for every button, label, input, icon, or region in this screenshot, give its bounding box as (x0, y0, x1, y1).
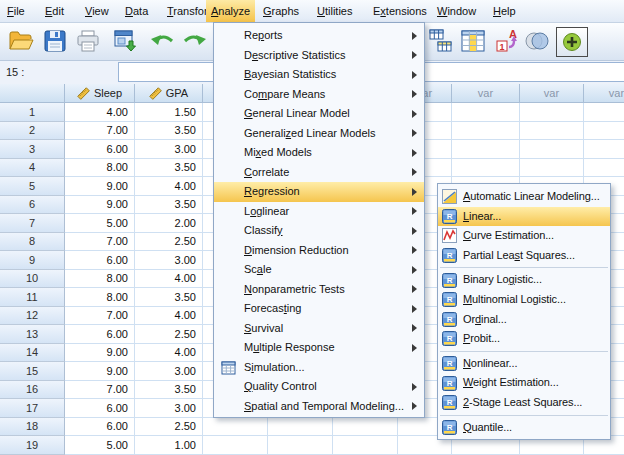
recall-dialogs-button[interactable] (110, 26, 140, 56)
menu-item-compare-means[interactable]: Compare Means (214, 85, 424, 105)
cell-var-empty[interactable] (452, 122, 520, 141)
cell-gpa-17[interactable]: 3.00 (135, 399, 203, 418)
value-labels-button[interactable]: 1A (494, 26, 521, 56)
column-header-var[interactable]: var (452, 84, 520, 103)
menu-item-general-linear-model[interactable]: General Linear Model (214, 104, 424, 124)
row-header-14[interactable]: 14 (0, 344, 65, 363)
row-header-19[interactable]: 19 (0, 436, 65, 455)
menu-item-classify[interactable]: Classify (214, 221, 424, 241)
cell-gpa-10[interactable]: 4.00 (135, 270, 203, 289)
column-header-sleep[interactable]: Sleep (65, 84, 135, 103)
cell-gpa-3[interactable]: 3.00 (135, 140, 203, 159)
cell-gpa-5[interactable]: 4.00 (135, 177, 203, 196)
cell-gpa-8[interactable]: 2.50 (135, 233, 203, 252)
menubar-item-view[interactable]: View (80, 0, 114, 22)
menu-item-nonparametric-tests[interactable]: Nonparametric Tests (214, 280, 424, 300)
menu-item-generalized-linear-models[interactable]: Generalized Linear Models (214, 124, 424, 144)
cell-gpa-19[interactable]: 1.00 (135, 436, 203, 455)
column-header-gpa[interactable]: GPA (135, 84, 203, 103)
cell-sleep-15[interactable]: 9.00 (65, 362, 135, 381)
cell-sleep-12[interactable]: 7.00 (65, 307, 135, 326)
cell-var-empty[interactable] (203, 436, 268, 455)
cell-sleep-16[interactable]: 7.00 (65, 381, 135, 400)
split-file-button[interactable] (427, 26, 454, 56)
cell-gpa-18[interactable]: 2.50 (135, 418, 203, 437)
menubar-item-analyze[interactable]: Analyze (206, 0, 255, 22)
menu-item-scale[interactable]: Scale (214, 260, 424, 280)
cell-var-empty[interactable] (584, 159, 624, 178)
row-header-3[interactable]: 3 (0, 140, 65, 159)
submenu-item-linear[interactable]: Linear...R (438, 207, 610, 227)
cell-var-empty[interactable] (584, 122, 624, 141)
cell-var-empty[interactable] (452, 140, 520, 159)
show-all-variables-button[interactable] (556, 27, 588, 57)
menubar-item-edit[interactable]: Edit (40, 0, 69, 22)
menu-item-simulation[interactable]: Simulation... (214, 358, 424, 378)
cell-sleep-18[interactable]: 6.00 (65, 418, 135, 437)
column-header-var[interactable]: var (520, 84, 584, 103)
row-header-15[interactable]: 15 (0, 362, 65, 381)
row-header-7[interactable]: 7 (0, 214, 65, 233)
cell-gpa-4[interactable]: 3.50 (135, 159, 203, 178)
menu-item-loglinear[interactable]: Loglinear (214, 202, 424, 222)
cell-gpa-15[interactable]: 3.00 (135, 362, 203, 381)
cell-gpa-12[interactable]: 4.00 (135, 307, 203, 326)
menubar-item-data[interactable]: Data (120, 0, 153, 22)
row-header-8[interactable]: 8 (0, 233, 65, 252)
submenu-item-weight-estimation[interactable]: Weight Estimation...R (438, 373, 610, 393)
menu-item-quality-control[interactable]: Quality Control (214, 377, 424, 397)
row-header-6[interactable]: 6 (0, 196, 65, 215)
cell-sleep-17[interactable]: 6.00 (65, 399, 135, 418)
print-button[interactable] (74, 26, 102, 56)
submenu-item-2-stage-least-squares[interactable]: 2-Stage Least Squares...R (438, 393, 610, 413)
redo-button[interactable] (181, 26, 208, 56)
menu-item-regression[interactable]: Regression (214, 182, 424, 202)
submenu-item-probit[interactable]: Probit...R (438, 329, 610, 349)
menu-item-descriptive-statistics[interactable]: Descriptive Statistics (214, 46, 424, 66)
grid-corner-cell[interactable] (0, 84, 65, 103)
cell-sleep-5[interactable]: 9.00 (65, 177, 135, 196)
use-variable-sets-button[interactable] (522, 26, 551, 56)
cell-var-empty[interactable] (584, 140, 624, 159)
cell-sleep-7[interactable]: 5.00 (65, 214, 135, 233)
menu-item-survival[interactable]: Survival (214, 319, 424, 339)
cell-sleep-13[interactable]: 6.00 (65, 325, 135, 344)
menu-item-bayesian-statistics[interactable]: Bayesian Statistics (214, 65, 424, 85)
submenu-item-quantile[interactable]: Quantile...R (438, 418, 610, 438)
row-header-2[interactable]: 2 (0, 122, 65, 141)
menubar-item-help[interactable]: Help (488, 0, 521, 22)
cell-var-empty[interactable] (520, 159, 584, 178)
cell-var-empty[interactable] (520, 140, 584, 159)
menubar-item-file[interactable]: File (2, 0, 30, 22)
cell-sleep-10[interactable]: 8.00 (65, 270, 135, 289)
row-header-13[interactable]: 13 (0, 325, 65, 344)
cell-gpa-9[interactable]: 3.00 (135, 251, 203, 270)
menubar-item-utilities[interactable]: Utilities (312, 0, 357, 22)
cell-sleep-6[interactable]: 9.00 (65, 196, 135, 215)
row-header-5[interactable]: 5 (0, 177, 65, 196)
cell-sleep-3[interactable]: 6.00 (65, 140, 135, 159)
cell-sleep-2[interactable]: 7.00 (65, 122, 135, 141)
cell-gpa-13[interactable]: 2.50 (135, 325, 203, 344)
cell-sleep-4[interactable]: 8.00 (65, 159, 135, 178)
insert-variable-button[interactable] (459, 26, 486, 56)
cell-gpa-7[interactable]: 2.00 (135, 214, 203, 233)
cell-var-empty[interactable] (333, 418, 398, 437)
menu-item-forecasting[interactable]: Forecasting (214, 299, 424, 319)
cell-sleep-11[interactable]: 8.00 (65, 288, 135, 307)
menu-item-dimension-reduction[interactable]: Dimension Reduction (214, 241, 424, 261)
cell-sleep-14[interactable]: 9.00 (65, 344, 135, 363)
row-header-10[interactable]: 10 (0, 270, 65, 289)
submenu-item-nonlinear[interactable]: Nonlinear...R (438, 354, 610, 374)
submenu-item-ordinal[interactable]: Ordinal...R (438, 310, 610, 330)
menu-item-reports[interactable]: Reports (214, 26, 424, 46)
submenu-item-curve-estimation[interactable]: Curve Estimation... (438, 226, 610, 246)
cell-var-empty[interactable] (268, 436, 333, 455)
cell-sleep-8[interactable]: 7.00 (65, 233, 135, 252)
open-data-button[interactable] (6, 26, 36, 56)
row-header-11[interactable]: 11 (0, 288, 65, 307)
cell-sleep-9[interactable]: 6.00 (65, 251, 135, 270)
menu-item-mixed-models[interactable]: Mixed Models (214, 143, 424, 163)
menubar-item-window[interactable]: Window (432, 0, 481, 22)
submenu-item-partial-least-squares[interactable]: Partial Least Squares...R (438, 246, 610, 266)
